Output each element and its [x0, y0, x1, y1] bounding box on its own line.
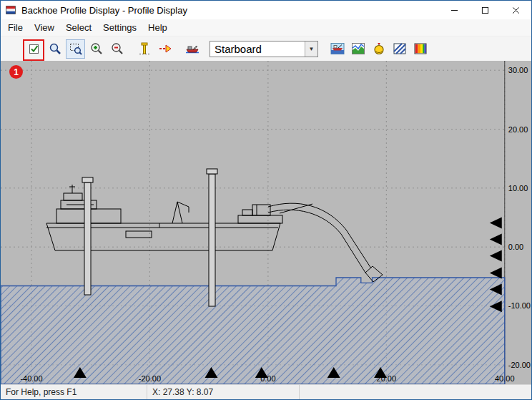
profile-plot[interactable]: -40.00-20.000.0020.0040.0030.0020.0010.0…	[1, 61, 531, 384]
zoom-out-button[interactable]	[107, 39, 127, 59]
menu-file[interactable]: File	[2, 20, 29, 35]
toolbar: Starboard ▼	[1, 36, 531, 61]
zoom-out-icon	[110, 42, 124, 56]
menu-view[interactable]: View	[29, 20, 60, 35]
svg-text:0.00: 0.00	[508, 243, 523, 251]
minimize-button[interactable]	[439, 1, 470, 19]
maximize-button[interactable]	[470, 1, 501, 19]
colormap-icon	[413, 42, 428, 56]
dredger-colored-icon	[330, 42, 345, 56]
spud-tool-button[interactable]	[134, 39, 154, 59]
svg-text:30.00: 30.00	[508, 66, 528, 74]
dredger-view-button[interactable]	[182, 39, 202, 59]
svg-text:0.00: 0.00	[260, 374, 275, 383]
zoom-button[interactable]	[45, 39, 64, 59]
svg-text:20.00: 20.00	[377, 374, 397, 383]
hatch-view-button[interactable]	[390, 39, 409, 59]
spud-pole-icon	[137, 42, 152, 56]
select-check-icon	[27, 42, 41, 56]
minimize-icon	[450, 6, 458, 14]
svg-text:-20.00: -20.00	[139, 374, 161, 383]
app-icon	[6, 4, 17, 16]
status-filler	[300, 385, 531, 399]
svg-text:40.00: 40.00	[495, 374, 515, 383]
view-selector[interactable]: Starboard ▼	[210, 41, 318, 57]
select-tool-button[interactable]	[24, 39, 44, 59]
zoom-in-button[interactable]	[87, 39, 106, 59]
close-button[interactable]	[501, 1, 531, 19]
menu-settings[interactable]: Settings	[97, 20, 142, 35]
close-icon	[512, 6, 520, 14]
arrow-right-icon	[158, 42, 172, 56]
svg-text:20.00: 20.00	[508, 125, 528, 134]
app-window: Backhoe Profile Display - Profile Displa…	[0, 0, 532, 400]
svg-text:-10.00: -10.00	[508, 301, 531, 310]
view-selector-value: Starboard	[210, 43, 305, 55]
window-title: Backhoe Profile Display - Profile Displa…	[21, 5, 187, 16]
chart-view-button[interactable]	[348, 39, 368, 59]
zoom-in-icon	[89, 42, 104, 56]
svg-text:-20.00: -20.00	[508, 361, 531, 369]
menu-help[interactable]: Help	[142, 20, 173, 35]
buoy-view-button[interactable]	[369, 39, 388, 59]
profile-chart-icon	[351, 42, 365, 56]
menubar: File View Select Settings Help	[1, 19, 531, 36]
dredger-icon	[185, 42, 200, 56]
titlebar: Backhoe Profile Display - Profile Displa…	[1, 1, 531, 19]
zoom-window-button[interactable]	[66, 39, 85, 59]
zoom-icon	[48, 42, 62, 56]
maximize-icon	[481, 6, 489, 14]
profile-canvas[interactable]: -40.00-20.000.0020.0040.0030.0020.0010.0…	[1, 61, 531, 384]
dredger-scene-button[interactable]	[327, 39, 347, 59]
window-controls	[439, 1, 531, 19]
seabed-layer	[1, 278, 505, 384]
svg-text:10.00: 10.00	[508, 184, 528, 192]
statusbar: For Help, press F1 X: 27.38 Y: 8.07	[1, 384, 531, 399]
status-help-text: For Help, press F1	[1, 385, 147, 399]
buoy-icon	[372, 42, 386, 56]
menu-select[interactable]: Select	[60, 20, 97, 35]
hatch-pattern-icon	[393, 42, 407, 56]
zoom-window-icon	[69, 42, 83, 56]
svg-text:-40.00: -40.00	[20, 374, 42, 383]
status-coordinates: X: 27.38 Y: 8.07	[147, 385, 300, 399]
chevron-down-icon[interactable]: ▼	[305, 42, 317, 57]
colormap-view-button[interactable]	[410, 39, 430, 59]
move-tool-button[interactable]	[155, 39, 174, 59]
